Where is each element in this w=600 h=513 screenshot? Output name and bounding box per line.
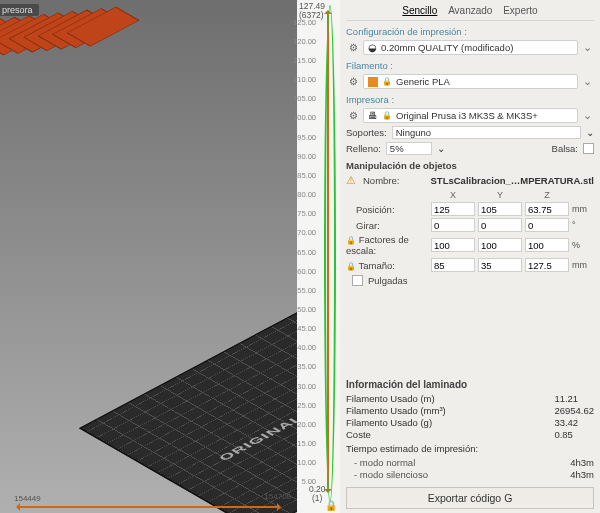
preset-filament-combo[interactable]: 🔒 Generic PLA <box>363 74 578 89</box>
infill-label: Relleno: <box>346 143 381 154</box>
export-gcode-button[interactable]: Exportar código G <box>346 487 594 509</box>
build-plate-label: ORIGINAL PRUSA i3 MK3 <box>216 350 297 463</box>
ruler-left-value: 154449 <box>14 494 41 503</box>
mode-silent-value: 4h3m <box>570 469 594 480</box>
size-x-input[interactable] <box>431 258 475 272</box>
scale-label: 🔒 Factores de escala: <box>346 234 428 256</box>
raft-label: Balsa: <box>552 143 578 154</box>
position-label: Posición: <box>346 204 428 215</box>
gear-icon[interactable]: ⚙ <box>346 42 360 53</box>
inches-checkbox[interactable] <box>352 275 363 286</box>
position-x-input[interactable] <box>431 202 475 216</box>
layer-bottom-readout: 0.20 (1) <box>309 485 326 503</box>
layer-tick: 100.00 <box>293 113 316 122</box>
info-value: 26954.62 <box>554 405 594 416</box>
settings-panel: Sencillo Avanzado Experto Configuración … <box>340 0 600 513</box>
unit-deg: ° <box>572 220 594 230</box>
raft-checkbox[interactable] <box>583 143 594 154</box>
preset-print-combo[interactable]: ◒ 0.20mm QUALITY (modificado) <box>363 40 578 55</box>
rotate-z-input[interactable] <box>525 218 569 232</box>
inches-label: Pulgadas <box>368 275 408 286</box>
layer-tick: 85.00 <box>297 170 316 179</box>
section-objects: Manipulación de objetos <box>346 158 594 171</box>
name-label: Nombre: <box>363 175 399 186</box>
horizontal-ruler: 154449 154708 <box>0 501 297 513</box>
layer-tick: 75.00 <box>297 209 316 218</box>
scale-x-input[interactable] <box>431 238 475 252</box>
rotate-x-input[interactable] <box>431 218 475 232</box>
layer-tick: 80.00 <box>297 190 316 199</box>
sliced-info-title: Información del laminado <box>346 379 594 390</box>
layer-tick: 45.00 <box>297 324 316 333</box>
filament-color-swatch[interactable] <box>368 77 378 87</box>
info-value: 33.42 <box>554 417 594 428</box>
tab-simple[interactable]: Sencillo <box>398 5 441 16</box>
infill-combo[interactable]: 5% <box>386 142 432 155</box>
scale-y-input[interactable] <box>478 238 522 252</box>
section-print-config: Configuración de impresión : <box>346 24 594 37</box>
info-label: Filamento Usado (m) <box>346 393 542 404</box>
layer-tick: 60.00 <box>297 266 316 275</box>
mode-normal-label: - modo normal <box>346 457 558 468</box>
info-value: 0.85 <box>554 429 594 440</box>
layer-lock-icon[interactable]: 🔒 <box>325 500 337 511</box>
size-y-input[interactable] <box>478 258 522 272</box>
viewport-3d[interactable]: presora ORIGINAL PRUSA i3 MK3 by Josef P… <box>0 0 297 513</box>
layer-tick: 40.00 <box>297 343 316 352</box>
layer-tick: 105.00 <box>293 94 316 103</box>
tab-expert[interactable]: Experto <box>499 5 541 16</box>
layer-tick: 35.00 <box>297 362 316 371</box>
layer-slider[interactable] <box>327 12 329 491</box>
layer-tick: 10.00 <box>297 458 316 467</box>
model-on-bed[interactable] <box>0 0 122 78</box>
column-x: X <box>431 190 475 200</box>
gear-icon[interactable]: ⚙ <box>346 110 360 121</box>
chevron-down-icon[interactable]: ⌄ <box>581 75 594 88</box>
print-time-label: Tiempo estimado de impresión: <box>346 443 594 454</box>
section-filament: Filamento : <box>346 58 594 71</box>
size-z-input[interactable] <box>525 258 569 272</box>
mode-silent-label: - modo silencioso <box>346 469 558 480</box>
layer-tick: 125.00 <box>293 17 316 26</box>
position-z-input[interactable] <box>525 202 569 216</box>
lock-icon[interactable]: 🔒 <box>346 236 356 245</box>
rotate-label: Girar: <box>346 220 428 231</box>
layer-tick: 115.00 <box>293 55 316 64</box>
layer-tick: 25.00 <box>297 400 316 409</box>
size-label: 🔒 Tamaño: <box>346 260 428 271</box>
lock-icon: 🔒 <box>382 77 392 86</box>
chevron-down-icon[interactable]: ⌄ <box>581 41 594 54</box>
sliced-info-table: Filamento Usado (m)11.21Filamento Usado … <box>346 393 594 440</box>
layers-icon: ◒ <box>368 42 377 53</box>
supports-label: Soportes: <box>346 127 387 138</box>
chevron-down-icon[interactable]: ⌄ <box>581 109 594 122</box>
preset-printer-combo[interactable]: 🖶 🔒 Original Prusa i3 MK3S & MK3S+ <box>363 108 578 123</box>
lock-icon[interactable]: 🔒 <box>346 262 356 271</box>
tab-advanced[interactable]: Avanzado <box>444 5 496 16</box>
rotate-y-input[interactable] <box>478 218 522 232</box>
layer-tick: 15.00 <box>297 439 316 448</box>
layer-tick: 110.00 <box>293 75 316 84</box>
info-label: Coste <box>346 429 542 440</box>
layer-tick: 20.00 <box>297 419 316 428</box>
gear-icon[interactable]: ⚙ <box>346 76 360 87</box>
layer-tick: 90.00 <box>297 151 316 160</box>
layer-ticks: 125.00120.00115.00110.00105.00100.0095.0… <box>302 12 336 491</box>
printer-icon: 🖶 <box>368 110 378 121</box>
lock-icon: 🔒 <box>382 111 392 120</box>
chevron-down-icon[interactable]: ⌄ <box>437 143 445 154</box>
ruler-right-value: 154708 <box>264 492 291 501</box>
layer-tick: 70.00 <box>297 228 316 237</box>
unit-mm: mm <box>572 260 594 270</box>
layer-tick: 65.00 <box>297 247 316 256</box>
layer-tick: 120.00 <box>293 36 316 45</box>
build-plate[interactable]: ORIGINAL PRUSA i3 MK3 by Josef Prusa <box>79 278 297 513</box>
info-label: Filamento Usado (g) <box>346 417 542 428</box>
position-y-input[interactable] <box>478 202 522 216</box>
unit-pct: % <box>572 240 594 250</box>
chevron-down-icon[interactable]: ⌄ <box>586 127 594 138</box>
supports-combo[interactable]: Ninguno <box>392 126 581 139</box>
scale-z-input[interactable] <box>525 238 569 252</box>
unit-mm: mm <box>572 204 594 214</box>
info-label: Filamento Usado (mm³) <box>346 405 542 416</box>
